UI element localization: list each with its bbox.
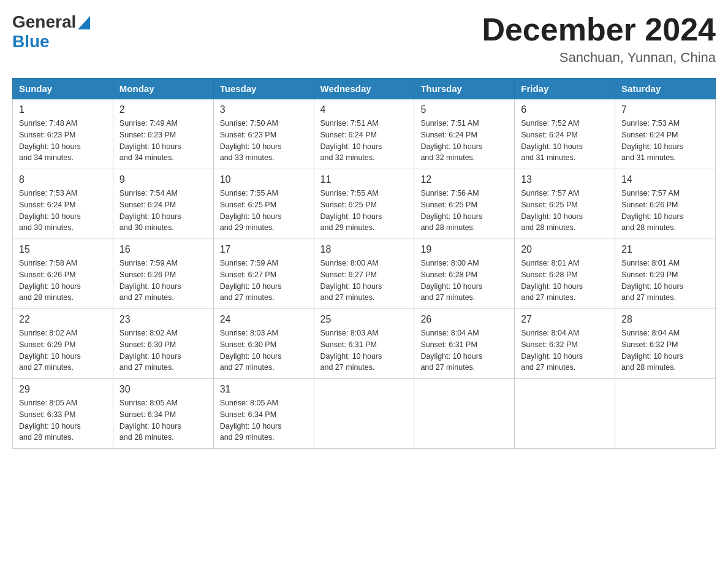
- day-info: Sunrise: 7:59 AMSunset: 6:26 PMDaylight:…: [119, 258, 207, 304]
- header-friday: Friday: [515, 79, 615, 99]
- day-info: Sunrise: 8:03 AMSunset: 6:30 PMDaylight:…: [220, 327, 308, 373]
- day-number: 21: [621, 244, 709, 255]
- day-info: Sunrise: 7:51 AMSunset: 6:24 PMDaylight:…: [420, 118, 508, 164]
- calendar-cell: 11Sunrise: 7:55 AMSunset: 6:25 PMDayligh…: [314, 169, 414, 239]
- day-number: 23: [119, 314, 207, 325]
- day-number: 14: [621, 174, 709, 185]
- day-info: Sunrise: 8:04 AMSunset: 6:31 PMDaylight:…: [420, 327, 508, 373]
- header-monday: Monday: [113, 79, 213, 99]
- calendar-table: SundayMondayTuesdayWednesdayThursdayFrid…: [12, 78, 716, 449]
- day-number: 5: [420, 104, 508, 115]
- calendar-cell: 9Sunrise: 7:54 AMSunset: 6:24 PMDaylight…: [113, 169, 213, 239]
- logo-arrow-icon: [78, 13, 90, 29]
- page-header: General Blue December 2024 Sanchuan, Yun…: [12, 12, 716, 66]
- logo-blue-text: Blue: [12, 32, 50, 51]
- day-number: 10: [220, 174, 308, 185]
- day-info: Sunrise: 8:05 AMSunset: 6:33 PMDaylight:…: [19, 397, 107, 443]
- calendar-cell: 30Sunrise: 8:05 AMSunset: 6:34 PMDayligh…: [113, 379, 213, 449]
- day-number: 11: [320, 174, 408, 185]
- day-info: Sunrise: 7:48 AMSunset: 6:23 PMDaylight:…: [19, 118, 107, 164]
- day-info: Sunrise: 8:00 AMSunset: 6:27 PMDaylight:…: [320, 258, 408, 304]
- day-number: 24: [220, 314, 308, 325]
- header-wednesday: Wednesday: [314, 79, 414, 99]
- location-subtitle: Sanchuan, Yunnan, China: [482, 50, 716, 66]
- calendar-week-row: 29Sunrise: 8:05 AMSunset: 6:33 PMDayligh…: [13, 379, 716, 449]
- day-number: 1: [19, 104, 107, 115]
- calendar-cell: 14Sunrise: 7:57 AMSunset: 6:26 PMDayligh…: [615, 169, 716, 239]
- calendar-cell: 3Sunrise: 7:50 AMSunset: 6:23 PMDaylight…: [213, 99, 314, 169]
- day-info: Sunrise: 7:59 AMSunset: 6:27 PMDaylight:…: [220, 258, 308, 304]
- header-tuesday: Tuesday: [213, 79, 314, 99]
- calendar-cell: 23Sunrise: 8:02 AMSunset: 6:30 PMDayligh…: [113, 309, 213, 379]
- calendar-cell: 28Sunrise: 8:04 AMSunset: 6:32 PMDayligh…: [615, 309, 716, 379]
- day-info: Sunrise: 8:02 AMSunset: 6:30 PMDaylight:…: [119, 327, 207, 373]
- header-thursday: Thursday: [414, 79, 515, 99]
- svg-marker-0: [78, 16, 90, 29]
- day-number: 20: [521, 244, 609, 255]
- day-number: 8: [19, 174, 107, 185]
- calendar-cell: [314, 379, 414, 449]
- day-number: 27: [521, 314, 609, 325]
- day-number: 3: [220, 104, 308, 115]
- calendar-cell: 12Sunrise: 7:56 AMSunset: 6:25 PMDayligh…: [414, 169, 515, 239]
- calendar-cell: [414, 379, 515, 449]
- calendar-cell: 18Sunrise: 8:00 AMSunset: 6:27 PMDayligh…: [314, 239, 414, 309]
- calendar-header-row: SundayMondayTuesdayWednesdayThursdayFrid…: [13, 79, 716, 99]
- calendar-cell: [515, 379, 615, 449]
- calendar-cell: 26Sunrise: 8:04 AMSunset: 6:31 PMDayligh…: [414, 309, 515, 379]
- calendar-week-row: 15Sunrise: 7:58 AMSunset: 6:26 PMDayligh…: [13, 239, 716, 309]
- calendar-week-row: 8Sunrise: 7:53 AMSunset: 6:24 PMDaylight…: [13, 169, 716, 239]
- day-number: 28: [621, 314, 709, 325]
- day-number: 4: [320, 104, 408, 115]
- day-number: 12: [420, 174, 508, 185]
- day-info: Sunrise: 7:51 AMSunset: 6:24 PMDaylight:…: [320, 118, 408, 164]
- day-info: Sunrise: 8:05 AMSunset: 6:34 PMDaylight:…: [220, 397, 308, 443]
- logo-general-text: General: [12, 12, 76, 32]
- title-section: December 2024 Sanchuan, Yunnan, China: [482, 12, 716, 66]
- day-number: 30: [119, 384, 207, 395]
- header-saturday: Saturday: [615, 79, 716, 99]
- day-info: Sunrise: 7:57 AMSunset: 6:25 PMDaylight:…: [521, 188, 609, 234]
- calendar-cell: 5Sunrise: 7:51 AMSunset: 6:24 PMDaylight…: [414, 99, 515, 169]
- day-info: Sunrise: 8:05 AMSunset: 6:34 PMDaylight:…: [119, 397, 207, 443]
- day-info: Sunrise: 7:49 AMSunset: 6:23 PMDaylight:…: [119, 118, 207, 164]
- day-number: 13: [521, 174, 609, 185]
- day-number: 7: [621, 104, 709, 115]
- header-sunday: Sunday: [13, 79, 113, 99]
- day-info: Sunrise: 7:55 AMSunset: 6:25 PMDaylight:…: [320, 188, 408, 234]
- day-info: Sunrise: 8:04 AMSunset: 6:32 PMDaylight:…: [621, 327, 709, 373]
- day-info: Sunrise: 7:57 AMSunset: 6:26 PMDaylight:…: [621, 188, 709, 234]
- calendar-cell: 29Sunrise: 8:05 AMSunset: 6:33 PMDayligh…: [13, 379, 113, 449]
- day-info: Sunrise: 8:01 AMSunset: 6:29 PMDaylight:…: [621, 258, 709, 304]
- day-info: Sunrise: 8:01 AMSunset: 6:28 PMDaylight:…: [521, 258, 609, 304]
- logo: General Blue: [12, 12, 90, 52]
- calendar-cell: 15Sunrise: 7:58 AMSunset: 6:26 PMDayligh…: [13, 239, 113, 309]
- calendar-cell: 2Sunrise: 7:49 AMSunset: 6:23 PMDaylight…: [113, 99, 213, 169]
- calendar-cell: 16Sunrise: 7:59 AMSunset: 6:26 PMDayligh…: [113, 239, 213, 309]
- calendar-cell: 24Sunrise: 8:03 AMSunset: 6:30 PMDayligh…: [213, 309, 314, 379]
- day-number: 26: [420, 314, 508, 325]
- day-info: Sunrise: 7:55 AMSunset: 6:25 PMDaylight:…: [220, 188, 308, 234]
- day-number: 19: [420, 244, 508, 255]
- day-info: Sunrise: 8:04 AMSunset: 6:32 PMDaylight:…: [521, 327, 609, 373]
- calendar-week-row: 22Sunrise: 8:02 AMSunset: 6:29 PMDayligh…: [13, 309, 716, 379]
- day-number: 17: [220, 244, 308, 255]
- calendar-cell: 13Sunrise: 7:57 AMSunset: 6:25 PMDayligh…: [515, 169, 615, 239]
- calendar-cell: 19Sunrise: 8:00 AMSunset: 6:28 PMDayligh…: [414, 239, 515, 309]
- day-info: Sunrise: 7:56 AMSunset: 6:25 PMDaylight:…: [420, 188, 508, 234]
- calendar-cell: 7Sunrise: 7:53 AMSunset: 6:24 PMDaylight…: [615, 99, 716, 169]
- day-number: 25: [320, 314, 408, 325]
- calendar-cell: 10Sunrise: 7:55 AMSunset: 6:25 PMDayligh…: [213, 169, 314, 239]
- calendar-cell: 21Sunrise: 8:01 AMSunset: 6:29 PMDayligh…: [615, 239, 716, 309]
- calendar-cell: 4Sunrise: 7:51 AMSunset: 6:24 PMDaylight…: [314, 99, 414, 169]
- day-info: Sunrise: 7:50 AMSunset: 6:23 PMDaylight:…: [220, 118, 308, 164]
- day-number: 18: [320, 244, 408, 255]
- calendar-cell: 1Sunrise: 7:48 AMSunset: 6:23 PMDaylight…: [13, 99, 113, 169]
- day-number: 15: [19, 244, 107, 255]
- calendar-cell: 22Sunrise: 8:02 AMSunset: 6:29 PMDayligh…: [13, 309, 113, 379]
- day-number: 22: [19, 314, 107, 325]
- calendar-cell: 20Sunrise: 8:01 AMSunset: 6:28 PMDayligh…: [515, 239, 615, 309]
- day-number: 6: [521, 104, 609, 115]
- month-title: December 2024: [482, 12, 716, 47]
- day-number: 2: [119, 104, 207, 115]
